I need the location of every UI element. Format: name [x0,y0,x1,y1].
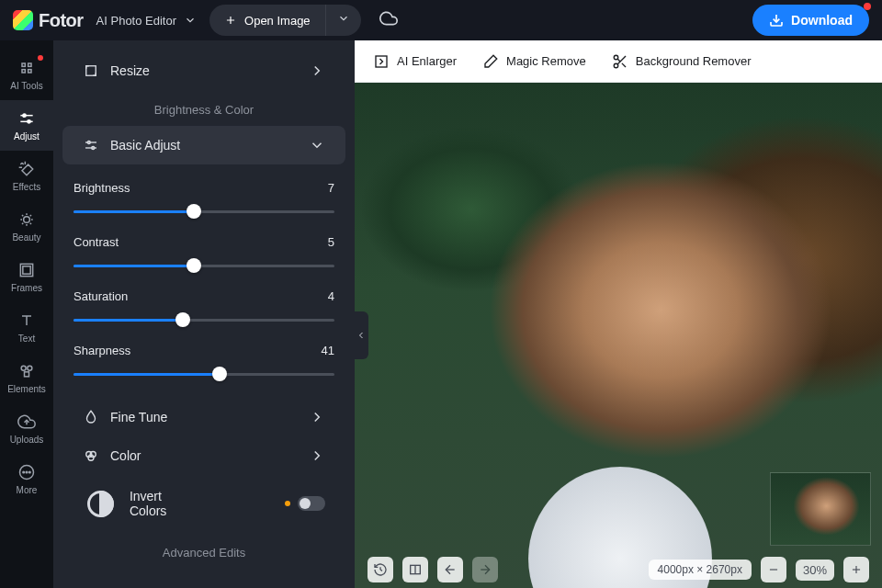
section-brightness-color: Brightness & Color [53,90,355,126]
collapse-panel-button[interactable] [355,311,368,359]
logo-mark-icon [13,10,33,30]
svg-rect-32 [376,56,387,67]
nav-beauty[interactable]: Beauty [0,201,53,252]
saturation-slider[interactable] [74,312,334,327]
scissors-icon [612,53,628,70]
adjust-panel: Resize Brightness & Color Basic Adjust B… [53,40,355,588]
nav-label: More [17,485,38,495]
nav-elements[interactable]: Elements [0,353,53,403]
chevron-left-icon [356,330,367,341]
ai-enlarger-button[interactable]: AI Enlarger [373,53,457,70]
logo[interactable]: Fotor [13,10,84,31]
zoom-level[interactable]: 30% [796,560,834,581]
invert-colors-row: Invert Colors [62,475,345,533]
open-image-dropdown[interactable] [325,5,361,36]
svg-point-20 [23,471,25,473]
nav-uploads[interactable]: Uploads [0,403,53,454]
ai-enlarger-label: AI Enlarger [397,54,457,68]
brightness-slider[interactable] [74,204,334,219]
sharpness-value: 41 [322,344,334,357]
svg-point-10 [28,120,30,123]
chevron-down-icon [309,137,325,153]
open-image-button[interactable]: Open Image [209,6,325,35]
fine-tune-row[interactable]: Fine Tune [62,398,345,436]
svg-rect-13 [23,266,30,274]
compare-icon [408,562,423,577]
svg-point-16 [21,366,26,370]
bg-remove-button[interactable]: Background Remover [612,53,752,70]
undo-button[interactable] [437,557,463,582]
brightness-label: Brightness [74,181,130,195]
zoom-in-button[interactable] [843,557,869,582]
redo-button[interactable] [472,557,498,582]
canvas[interactable]: 4000px × 2670px 30% [355,83,882,588]
download-icon [769,13,784,28]
text-icon [17,311,36,330]
frames-icon [17,261,36,279]
svg-point-34 [614,63,618,68]
resize-label: Resize [110,63,150,78]
mode-label: AI Photo Editor [96,14,176,28]
svg-rect-4 [28,63,31,66]
color-row[interactable]: Color [62,436,345,475]
svg-rect-6 [28,70,31,73]
saturation-label: Saturation [74,289,128,303]
eraser-icon [482,53,499,70]
open-image-group: Open Image [209,5,361,36]
nav-effects[interactable]: Effects [0,151,53,201]
basic-adjust-row[interactable]: Basic Adjust [62,126,345,164]
download-button[interactable]: Download [752,5,869,36]
nav-label: Frames [11,283,42,293]
section-advanced-edits: Advanced Edits [53,533,355,565]
nav-label: Elements [7,384,46,394]
beauty-icon [17,210,36,229]
svg-rect-3 [22,63,25,66]
plus-icon [224,14,237,27]
zoom-out-button[interactable] [761,557,786,582]
svg-point-17 [28,366,32,370]
svg-rect-18 [25,372,29,377]
compare-button[interactable] [402,557,428,582]
svg-point-21 [26,471,28,473]
history-button[interactable] [368,557,393,582]
canvas-toolbar: AI Enlarger Magic Remove Background Remo… [355,40,882,83]
sharpness-slider-block: Sharpness 41 [53,336,355,390]
saturation-slider-block: Saturation 4 [53,282,355,336]
premium-dot-icon [285,501,290,506]
chevron-right-icon [309,447,325,464]
magic-remove-button[interactable]: Magic Remove [482,53,586,70]
minimap[interactable] [770,472,871,546]
svg-line-39 [380,570,382,571]
basic-adjust-label: Basic Adjust [110,138,180,153]
sharpness-label: Sharpness [74,344,130,357]
nav-text[interactable]: Text [0,302,53,353]
contrast-slider-block: Contrast 5 [53,228,355,282]
nav-ai-tools[interactable]: AI Tools [0,50,53,100]
chevron-right-icon [309,62,325,79]
sharpness-slider[interactable] [74,367,334,381]
nav-label: Text [18,334,35,344]
canvas-footer: 4000px × 2670px 30% [355,551,882,588]
notification-dot-icon [864,3,871,10]
plus-icon [850,563,863,576]
svg-point-22 [29,471,31,473]
resize-row[interactable]: Resize [62,51,345,90]
svg-point-11 [24,217,30,223]
nav-frames[interactable]: Frames [0,252,53,302]
effects-icon [17,160,36,178]
nav-adjust[interactable]: Adjust [0,100,53,151]
sliders-icon [83,137,99,153]
contrast-slider[interactable] [74,258,334,273]
ai-tools-icon [17,59,36,77]
nav-more[interactable]: More [0,454,53,504]
contrast-value: 5 [328,235,334,249]
brightness-slider-block: Brightness 7 [53,174,355,228]
svg-point-9 [23,114,26,117]
svg-rect-23 [86,66,96,76]
magic-remove-label: Magic Remove [506,54,586,68]
mode-dropdown[interactable]: AI Photo Editor [96,14,197,28]
nav-label: AI Tools [10,81,42,91]
svg-line-37 [617,59,620,62]
invert-toggle[interactable] [298,496,325,511]
cloud-button[interactable] [379,9,398,31]
